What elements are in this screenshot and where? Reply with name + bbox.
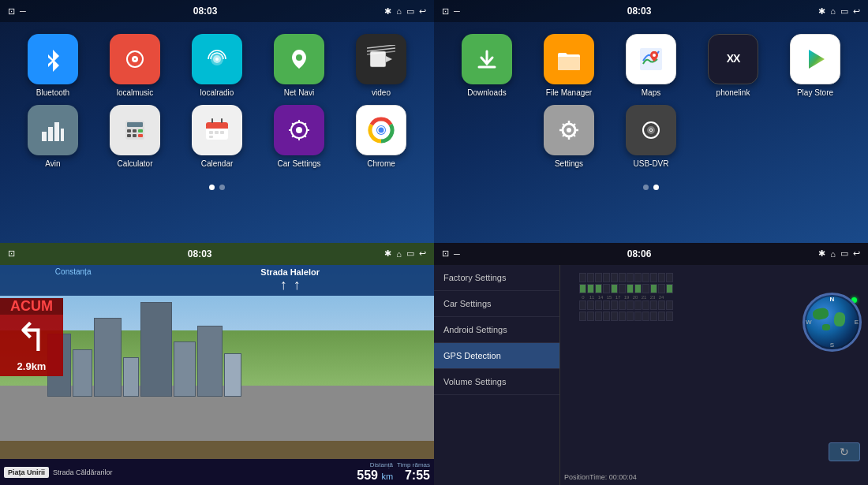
app-carsettings-label: Car Settings (277, 159, 320, 168)
building-2 (73, 349, 92, 397)
settings-volume[interactable]: Volume Settings (434, 369, 559, 395)
app-calculator[interactable]: Calculator (98, 105, 172, 168)
back-icon-q4[interactable]: ↩ (853, 248, 860, 259)
svg-rect-16 (61, 129, 64, 141)
minimize-icon-q4[interactable]: ─ (454, 249, 460, 259)
gps-cell (634, 273, 642, 282)
home-icon-q2[interactable]: ⊡ (442, 6, 449, 17)
app-localmusic[interactable]: localmusic (98, 34, 172, 97)
nav-arrow-2: ↑ (294, 277, 301, 293)
back-icon-q2[interactable]: ↩ (853, 6, 860, 17)
nav-strada: Strada Căldărarilor (53, 468, 353, 476)
app-calendar[interactable]: Calendar (180, 105, 254, 168)
sat-num: 14 (597, 295, 604, 300)
dot-2-q1[interactable] (219, 185, 225, 190)
svg-text:XX: XX (727, 52, 741, 65)
app-settings[interactable]: Settings (532, 105, 606, 168)
status-bar-time-q2: 08:03 (627, 6, 652, 17)
gps-cell (634, 312, 642, 321)
svg-rect-15 (54, 122, 59, 141)
svg-point-35 (296, 127, 302, 133)
gps-cell (611, 312, 618, 321)
svg-rect-32 (220, 131, 224, 134)
bluetooth-icon-q4: ✱ (818, 248, 825, 259)
dot-1-q2[interactable] (643, 185, 649, 190)
app-localradio-icon (192, 34, 242, 84)
app-bluetooth[interactable]: Bluetooth (16, 34, 90, 97)
app-avin[interactable]: Avin (16, 105, 90, 168)
quadrant-1: ⊡ ─ 08:03 ✱ ⌂ ▭ ↩ Bluetooth localmusic (0, 0, 434, 243)
status-bar-q2: ⊡ ─ 08:03 ✱ ⌂ ▭ ↩ (434, 0, 868, 22)
app-maps-label: Maps (642, 88, 660, 97)
home-icon-q4[interactable]: ⊡ (442, 248, 449, 259)
sat-num: 20 (631, 295, 639, 300)
gps-cell (579, 273, 586, 282)
nav-dist-block: Distanță 559 km (357, 461, 393, 483)
gps-cell (650, 312, 657, 321)
dot-1-q1[interactable] (209, 185, 215, 190)
turn-indicator: ACUM ↰ 2.9km (0, 298, 63, 376)
quadrant-2: ⊡ ─ 08:03 ✱ ⌂ ▭ ↩ Downloads File Manager (434, 0, 868, 243)
app-video[interactable]: video (344, 34, 418, 97)
sat-num: 11 (588, 295, 596, 300)
app-chrome[interactable]: Chrome (344, 105, 418, 168)
settings-menu: Factory Settings Car Settings Android Se… (434, 265, 560, 486)
svg-rect-30 (209, 131, 213, 134)
home-icon[interactable]: ⊡ (8, 6, 15, 17)
home-icon-q3[interactable]: ⊡ (8, 248, 15, 259)
settings-gps[interactable]: GPS Detection (434, 343, 559, 369)
app-maps[interactable]: Maps (614, 34, 688, 97)
nav-piata: Piața Unirii (4, 467, 49, 478)
nav-time-label: Timp rămas (397, 461, 430, 468)
dot-2-q2[interactable] (653, 185, 659, 190)
sat-num: 24 (657, 295, 665, 300)
svg-rect-22 (127, 134, 131, 137)
gps-cell-active (611, 284, 618, 293)
app-downloads-label: Downloads (467, 88, 506, 97)
minimize-icon-q2[interactable]: ─ (454, 6, 460, 16)
gps-cell (619, 312, 626, 321)
screen-icon: ▭ (406, 6, 414, 17)
back-icon-q3[interactable]: ↩ (419, 248, 426, 259)
page-dots-q1 (0, 180, 434, 195)
app-playstore[interactable]: Play Store (778, 34, 852, 97)
svg-line-41 (305, 136, 306, 137)
settings-factory[interactable]: Factory Settings (434, 265, 559, 291)
gps-cell (650, 273, 657, 282)
svg-rect-33 (209, 136, 213, 138)
minimize-icon[interactable]: ─ (20, 6, 26, 16)
quadrant-4-settings: ⊡ ─ 08:06 ✱ ⌂ ▭ ↩ Factory Settings Car S… (434, 243, 868, 486)
app-filemanager[interactable]: File Manager (532, 34, 606, 97)
bluetooth-icon-q3: ✱ (384, 248, 391, 259)
svg-line-43 (292, 136, 294, 137)
wifi-icon-q3: ⌂ (396, 249, 402, 259)
gps-cell (666, 312, 673, 321)
app-downloads-icon (462, 34, 512, 84)
nav-street-header: Strada Halelor ↑ ↑ (146, 265, 434, 296)
app-bluetooth-icon (28, 34, 78, 84)
app-downloads[interactable]: Downloads (450, 34, 524, 97)
settings-car[interactable]: Car Settings (434, 291, 559, 317)
nav-dist-label: Distanță (357, 461, 393, 468)
settings-android[interactable]: Android Settings (434, 317, 559, 343)
wifi-icon-q2: ⌂ (830, 6, 836, 16)
app-localradio[interactable]: localradio (180, 34, 254, 97)
svg-rect-31 (215, 131, 219, 134)
app-carsettings[interactable]: Car Settings (262, 105, 336, 168)
nav-turn-arrow: ↰ (15, 315, 48, 360)
app-netnavi[interactable]: Net Navi (262, 34, 336, 97)
refresh-button[interactable]: ↻ (829, 442, 860, 461)
app-phonelink[interactable]: XX phonelink (696, 34, 770, 97)
gps-cell (579, 300, 586, 310)
sat-num: 21 (640, 295, 648, 300)
nav-dist-row: 559 km (357, 468, 393, 483)
svg-line-65 (574, 124, 575, 125)
app-phonelink-icon: XX (708, 34, 758, 84)
nav-header: Constanța Strada Halelor ↑ ↑ (0, 265, 434, 296)
gps-cell (627, 273, 634, 282)
settings-content: Factory Settings Car Settings Android Se… (434, 265, 868, 486)
nav-info-bar: Piața Unirii Strada Căldărarilor Distanț… (0, 459, 434, 485)
app-usbdvr[interactable]: USB-DVR (614, 105, 688, 168)
svg-point-6 (296, 54, 302, 61)
back-icon[interactable]: ↩ (419, 6, 426, 17)
